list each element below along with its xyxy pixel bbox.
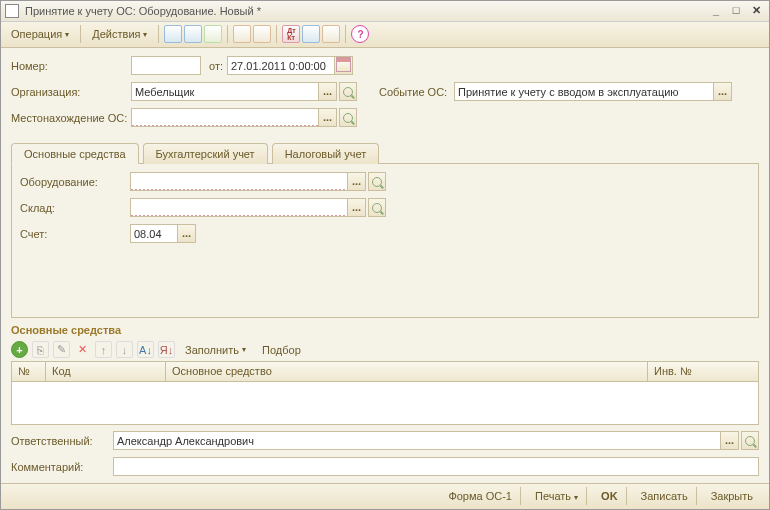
toolbar-icon-7[interactable] bbox=[322, 25, 340, 43]
titlebar: Принятие к учету ОС: Оборудование. Новый… bbox=[1, 1, 769, 22]
move-up-button[interactable]: ↑ bbox=[95, 341, 112, 358]
responsible-lookup-button[interactable] bbox=[741, 431, 759, 450]
col-code[interactable]: Код bbox=[46, 362, 166, 381]
toolbar-icon-2[interactable] bbox=[184, 25, 202, 43]
equipment-lookup-button[interactable] bbox=[368, 172, 386, 191]
assets-grid[interactable]: № Код Основное средство Инв. № bbox=[11, 361, 759, 425]
calendar-icon bbox=[336, 57, 351, 72]
equipment-input[interactable] bbox=[130, 172, 348, 191]
window-title: Принятие к учету ОС: Оборудование. Новый… bbox=[25, 5, 261, 17]
comment-input[interactable] bbox=[113, 457, 759, 476]
event-select-button[interactable]: ... bbox=[714, 82, 732, 101]
move-down-button[interactable]: ↓ bbox=[116, 341, 133, 358]
toolbar-icon-3[interactable] bbox=[204, 25, 222, 43]
tab-main-assets[interactable]: Основные средства bbox=[11, 143, 139, 164]
grid-header: № Код Основное средство Инв. № bbox=[12, 362, 758, 382]
magnifier-icon bbox=[372, 177, 382, 187]
save-button[interactable]: Записать bbox=[633, 487, 697, 505]
location-label: Местонахождение ОС: bbox=[11, 112, 131, 124]
toolbar-icon-1[interactable] bbox=[164, 25, 182, 43]
toolbar-icon-6[interactable] bbox=[302, 25, 320, 43]
magnifier-icon bbox=[343, 87, 353, 97]
print-menu[interactable]: Печать ▾ bbox=[527, 487, 587, 505]
magnifier-icon bbox=[745, 436, 755, 446]
assets-section-title: Основные средства bbox=[11, 324, 759, 336]
org-input[interactable] bbox=[131, 82, 319, 101]
close-button[interactable]: Закрыть bbox=[703, 487, 761, 505]
form-os1-button[interactable]: Форма ОС-1 bbox=[440, 487, 521, 505]
magnifier-icon bbox=[343, 113, 353, 123]
magnifier-icon bbox=[372, 203, 382, 213]
responsible-input[interactable] bbox=[113, 431, 721, 450]
responsible-label: Ответственный: bbox=[11, 435, 113, 447]
location-select-button[interactable]: ... bbox=[319, 108, 337, 127]
col-asset[interactable]: Основное средство bbox=[166, 362, 648, 381]
fill-menu[interactable]: Заполнить▾ bbox=[179, 342, 252, 358]
tab-strip: Основные средства Бухгалтерский учет Нал… bbox=[11, 142, 759, 164]
date-picker-button[interactable] bbox=[335, 56, 353, 75]
operation-menu[interactable]: Операция▾ bbox=[5, 26, 75, 42]
org-label: Организация: bbox=[11, 86, 131, 98]
number-label: Номер: bbox=[11, 60, 131, 72]
sort-desc-button[interactable]: Я↓ bbox=[158, 341, 175, 358]
col-num[interactable]: № bbox=[12, 362, 46, 381]
date-input[interactable] bbox=[227, 56, 335, 75]
warehouse-input[interactable] bbox=[130, 198, 348, 217]
equipment-label: Оборудование: bbox=[20, 176, 130, 188]
comment-label: Комментарий: bbox=[11, 461, 113, 473]
footer-form: Ответственный: ... Комментарий: bbox=[1, 425, 769, 483]
toolbar-icon-5[interactable] bbox=[253, 25, 271, 43]
close-window-button[interactable]: ✕ bbox=[747, 3, 765, 19]
date-from-label: от: bbox=[201, 60, 227, 72]
grid-toolbar: + ⎘ ✎ ✕ ↑ ↓ A↓ Я↓ Заполнить▾ Подбор bbox=[1, 338, 769, 361]
event-input[interactable]: Принятие к учету с вводом в эксплуатацию bbox=[454, 82, 714, 101]
warehouse-lookup-button[interactable] bbox=[368, 198, 386, 217]
tab-tax[interactable]: Налоговый учет bbox=[272, 143, 380, 164]
copy-row-button[interactable]: ⎘ bbox=[32, 341, 49, 358]
location-lookup-button[interactable] bbox=[339, 108, 357, 127]
equipment-select-button[interactable]: ... bbox=[348, 172, 366, 191]
edit-row-button[interactable]: ✎ bbox=[53, 341, 70, 358]
delete-row-button[interactable]: ✕ bbox=[74, 341, 91, 358]
warehouse-label: Склад: bbox=[20, 202, 130, 214]
location-input[interactable] bbox=[131, 108, 319, 127]
tab-accounting[interactable]: Бухгалтерский учет bbox=[143, 143, 268, 164]
app-icon bbox=[5, 4, 19, 18]
warehouse-select-button[interactable]: ... bbox=[348, 198, 366, 217]
selection-button[interactable]: Подбор bbox=[256, 342, 307, 358]
header-form: Номер: от: Организация: ... Событие ОС: … bbox=[1, 48, 769, 138]
tab-panel: Оборудование: ... Склад: ... Счет: ... bbox=[11, 164, 759, 318]
main-toolbar: Операция▾ Действия▾ ДтКт ? bbox=[1, 22, 769, 48]
maximize-button[interactable]: □ bbox=[727, 3, 745, 19]
col-inv[interactable]: Инв. № bbox=[648, 362, 758, 381]
toolbar-icon-4[interactable] bbox=[233, 25, 251, 43]
account-label: Счет: bbox=[20, 228, 130, 240]
minimize-button[interactable]: _ bbox=[707, 3, 725, 19]
event-label: Событие ОС: bbox=[379, 86, 454, 98]
add-row-button[interactable]: + bbox=[11, 341, 28, 358]
ok-button[interactable]: OK bbox=[593, 487, 627, 505]
number-input[interactable] bbox=[131, 56, 201, 75]
help-icon[interactable]: ? bbox=[351, 25, 369, 43]
account-select-button[interactable]: ... bbox=[178, 224, 196, 243]
actions-menu[interactable]: Действия▾ bbox=[86, 26, 153, 42]
account-input[interactable] bbox=[130, 224, 178, 243]
dtkt-icon[interactable]: ДтКт bbox=[282, 25, 300, 43]
org-select-button[interactable]: ... bbox=[319, 82, 337, 101]
responsible-select-button[interactable]: ... bbox=[721, 431, 739, 450]
dialog-footer: Форма ОС-1 Печать ▾ OK Записать Закрыть bbox=[1, 483, 769, 509]
app-window: Принятие к учету ОС: Оборудование. Новый… bbox=[0, 0, 770, 510]
org-lookup-button[interactable] bbox=[339, 82, 357, 101]
sort-asc-button[interactable]: A↓ bbox=[137, 341, 154, 358]
